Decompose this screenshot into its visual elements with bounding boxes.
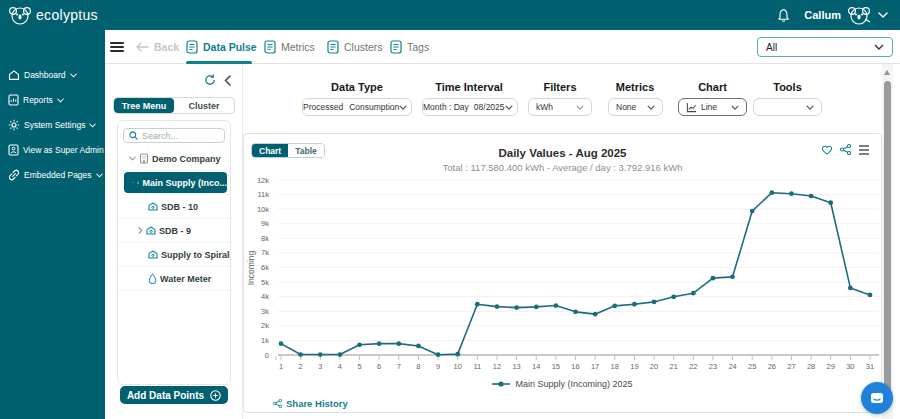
data-type-processed[interactable]: Processed xyxy=(303,99,343,115)
share-icon xyxy=(273,399,282,408)
plus-circle-icon xyxy=(210,390,221,401)
meter-icon xyxy=(148,250,158,259)
svg-text:27: 27 xyxy=(787,362,795,371)
tab-data-pulse[interactable]: Data Pulse xyxy=(186,40,257,54)
vertical-scrollbar[interactable] xyxy=(882,64,893,419)
filters-select[interactable]: kWh xyxy=(528,98,592,116)
home-icon xyxy=(8,69,20,81)
svg-text:26: 26 xyxy=(768,362,776,371)
filter-label-chart: Chart xyxy=(678,81,747,93)
svg-text:0: 0 xyxy=(265,351,269,360)
brand-logo[interactable]: ecolyptus xyxy=(7,2,98,28)
sidebar-item-view-as-super-admin[interactable]: View as Super Admin xyxy=(8,143,104,157)
tree-node-demo-company[interactable]: Demo Company xyxy=(119,147,230,171)
svg-text:21: 21 xyxy=(669,362,677,371)
svg-text:31: 31 xyxy=(866,362,874,371)
user-menu-chevron-down-icon[interactable] xyxy=(878,12,888,18)
sidebar-item-embedded-pages[interactable]: Embedded Pages xyxy=(8,168,103,182)
chevron-down-icon xyxy=(70,73,77,78)
svg-text:3k: 3k xyxy=(261,307,269,316)
chevron-down-icon xyxy=(96,173,103,178)
tree-node-main-supply-selected[interactable]: Main Supply (Inco... xyxy=(119,171,230,195)
back-button[interactable]: Back xyxy=(136,41,179,53)
chevron-down-icon xyxy=(129,156,136,161)
svg-text:15: 15 xyxy=(552,362,560,371)
time-interval-period-select[interactable]: 08/2025 xyxy=(469,99,518,115)
y-axis-title: Incoming xyxy=(246,250,256,285)
bell-icon[interactable] xyxy=(777,8,790,23)
chevron-down-icon xyxy=(399,105,407,110)
tree-cluster-toggle: Tree Menu Cluster xyxy=(113,97,235,114)
svg-text:24: 24 xyxy=(728,362,736,371)
svg-text:5k: 5k xyxy=(261,278,269,287)
scope-select[interactable]: All xyxy=(757,37,893,57)
svg-text:25: 25 xyxy=(748,362,756,371)
document-icon xyxy=(186,40,198,54)
sidebar-item-reports[interactable]: Reports xyxy=(8,93,64,107)
chevron-down-icon xyxy=(647,105,655,110)
share-history-button[interactable]: Share History xyxy=(273,398,348,409)
filter-label-time-interval: Time Interval xyxy=(420,81,518,93)
user-name[interactable]: Callum xyxy=(804,9,841,21)
svg-text:4: 4 xyxy=(338,362,342,371)
tree-node-water-meter[interactable]: Water Meter xyxy=(119,267,230,291)
tab-metrics[interactable]: Metrics xyxy=(264,40,315,54)
svg-text:7k: 7k xyxy=(261,248,269,257)
chevron-down-icon xyxy=(731,105,739,110)
tree-menu-card: Demo Company Main Supply (Inco... SDB - … xyxy=(117,120,231,385)
toggle-cluster[interactable]: Cluster xyxy=(174,98,234,113)
tree-node-sdb-10[interactable]: SDB - 10 xyxy=(119,195,230,219)
tab-tags[interactable]: Tags xyxy=(390,40,429,54)
refresh-icon[interactable] xyxy=(204,74,216,86)
tabs-bar: Back Data Pulse Metrics Clusters Tags Al… xyxy=(105,30,900,64)
arrow-left-icon xyxy=(136,42,149,52)
svg-text:12: 12 xyxy=(493,362,501,371)
chevron-down-icon xyxy=(132,180,134,185)
chat-launcher-button[interactable] xyxy=(861,382,893,414)
svg-text:10: 10 xyxy=(454,362,462,371)
tree-node-supply-to-spiral[interactable]: Supply to Spiral xyxy=(119,243,230,267)
tree-search-box[interactable] xyxy=(123,128,225,143)
chevron-down-icon xyxy=(576,105,584,110)
link-icon xyxy=(8,169,20,181)
line-chart-plot[interactable]: Incoming 01k2k3k4k5k6k7k8k9k10k11k12k123… xyxy=(244,134,883,378)
svg-text:2: 2 xyxy=(299,362,303,371)
svg-text:22: 22 xyxy=(689,362,697,371)
filter-label-filters: Filters xyxy=(528,81,592,93)
data-type-select[interactable]: Consumption xyxy=(343,99,413,115)
meter-icon xyxy=(146,226,156,235)
toggle-tree-menu[interactable]: Tree Menu xyxy=(114,98,174,113)
svg-text:30: 30 xyxy=(846,362,854,371)
svg-text:11k: 11k xyxy=(257,190,269,199)
svg-text:28: 28 xyxy=(807,362,815,371)
sidebar-item-system-settings[interactable]: System Settings xyxy=(8,118,96,132)
collapse-panel-icon[interactable] xyxy=(224,75,231,86)
chevron-down-icon xyxy=(806,105,814,110)
time-interval-mode[interactable]: Month : Day xyxy=(423,99,469,115)
svg-text:19: 19 xyxy=(630,362,638,371)
scrollbar-thumb[interactable] xyxy=(884,81,891,401)
svg-text:16: 16 xyxy=(571,362,579,371)
menu-toggle-icon[interactable] xyxy=(110,42,124,52)
data-type-control[interactable]: Processed Consumption xyxy=(302,98,412,116)
tools-select[interactable] xyxy=(753,98,822,116)
tree-node-sdb-9[interactable]: SDB - 9 xyxy=(119,219,230,243)
top-header-bar: ecolyptus Callum xyxy=(0,0,900,30)
metrics-select[interactable]: None xyxy=(608,98,663,116)
chevron-down-icon xyxy=(57,98,64,103)
scroll-up-arrow[interactable] xyxy=(884,70,890,75)
chart-type-select[interactable]: Line xyxy=(678,98,747,116)
svg-text:7: 7 xyxy=(397,362,401,371)
sidebar-item-dashboard[interactable]: Dashboard xyxy=(8,68,77,82)
svg-text:29: 29 xyxy=(827,362,835,371)
document-icon xyxy=(327,40,339,54)
add-data-points-button[interactable]: Add Data Points xyxy=(120,386,228,404)
tab-clusters[interactable]: Clusters xyxy=(327,40,383,54)
legend-marker xyxy=(492,380,510,388)
search-input[interactable] xyxy=(142,131,212,141)
svg-text:9k: 9k xyxy=(261,219,269,228)
chart-legend[interactable]: Main Supply (Incoming) 2025 xyxy=(244,379,881,389)
time-interval-control[interactable]: Month : Day 08/2025 xyxy=(422,98,518,116)
chevron-down-icon xyxy=(89,123,96,128)
user-avatar-koala[interactable] xyxy=(846,2,872,28)
